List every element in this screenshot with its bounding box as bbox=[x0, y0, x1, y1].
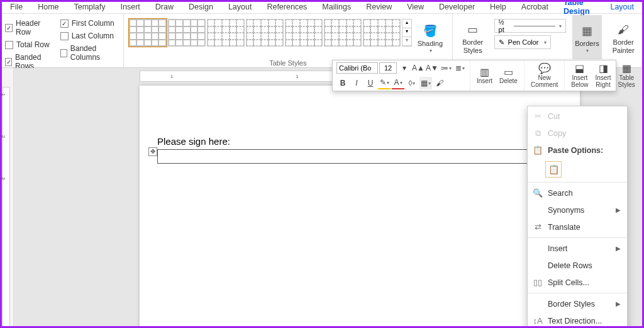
font-color-button[interactable]: A bbox=[392, 77, 404, 89]
ctx-delete-rows[interactable]: Delete Rows bbox=[528, 257, 627, 274]
menu-design[interactable]: Design bbox=[181, 3, 221, 11]
chk-first-column[interactable]: First Column bbox=[60, 19, 118, 28]
chk-header-row[interactable]: Header Row bbox=[5, 19, 54, 37]
table-styles-mini-button[interactable]: ▦TableStyles bbox=[616, 63, 638, 88]
ctx-text-direction[interactable]: ↕AText Direction... bbox=[528, 312, 627, 328]
menu-home[interactable]: Home bbox=[30, 3, 66, 11]
group-label-styles: Table Styles bbox=[269, 59, 306, 68]
document-table[interactable] bbox=[157, 149, 562, 164]
chk-total-row[interactable]: Total Row bbox=[5, 40, 54, 49]
table-style-thumb-4[interactable] bbox=[285, 19, 323, 47]
table-style-thumb-1[interactable] bbox=[168, 19, 206, 47]
menu-bar: FileHomeTemplafyInsertDrawDesignLayoutRe… bbox=[0, 0, 644, 14]
ctx-copy[interactable]: ⧉Copy bbox=[528, 125, 627, 142]
font-size-dropdown[interactable]: ▾ bbox=[398, 62, 411, 74]
insert-below-icon: ⬓ bbox=[575, 63, 584, 74]
menu-layout[interactable]: Layout bbox=[221, 3, 260, 11]
menu-developer[interactable]: Developer bbox=[431, 3, 482, 11]
bullets-button[interactable]: ≔ bbox=[440, 62, 452, 74]
ctx-synonyms[interactable]: Synonyms▶ bbox=[528, 201, 627, 218]
table-style-thumb-2[interactable] bbox=[207, 19, 245, 47]
insert-icon: ▥ bbox=[480, 67, 489, 78]
document-page[interactable]: Please sign here: ✥ bbox=[140, 86, 580, 328]
vertical-ruler[interactable]: 1 2 3 bbox=[0, 68, 14, 328]
grow-font-button[interactable]: A▲ bbox=[412, 62, 425, 74]
table-style-thumb-5[interactable] bbox=[324, 19, 362, 47]
ctx-split-cells[interactable]: ▯▯Split Cells... bbox=[528, 274, 627, 291]
text-direction-icon: ↕A bbox=[533, 316, 543, 325]
font-name-input[interactable] bbox=[336, 62, 378, 74]
shrink-font-button[interactable]: A▼ bbox=[426, 62, 438, 74]
paste-keep-source-icon: 📋 bbox=[545, 161, 562, 178]
table-move-handle[interactable]: ✥ bbox=[148, 147, 157, 156]
borders-icon: ▦ bbox=[579, 23, 595, 39]
border-painter-icon: 🖌 bbox=[615, 21, 631, 38]
fill-color-button[interactable]: ◊ bbox=[406, 77, 418, 89]
border-styles-button[interactable]: ▭ Border Styles bbox=[458, 15, 488, 59]
menu-table-design[interactable]: Table Design bbox=[556, 0, 603, 16]
delete-button[interactable]: ▭Delete bbox=[497, 67, 520, 85]
menu-acrobat[interactable]: Acrobat bbox=[514, 3, 556, 11]
pen-color-button[interactable]: ✎ Pen Color▾ bbox=[494, 35, 551, 49]
pen-icon: ✎ bbox=[499, 38, 504, 47]
group-table-style-options: Header RowTotal RowBanded Rows First Col… bbox=[0, 14, 124, 67]
border-styles-icon: ▭ bbox=[465, 21, 481, 38]
gallery-scroll[interactable]: ▴▾▿ bbox=[402, 19, 412, 47]
border-width-select[interactable]: ½ pt ▾ bbox=[494, 19, 566, 33]
ctx-insert[interactable]: Insert▶ bbox=[528, 240, 627, 257]
underline-button[interactable]: U bbox=[364, 77, 377, 89]
new-comment-button[interactable]: 💬NewComment bbox=[528, 63, 560, 88]
table-style-thumb-3[interactable] bbox=[246, 19, 284, 47]
insert-right-button[interactable]: ◨InsertRight bbox=[593, 63, 614, 88]
sign-text: Please sign here: bbox=[157, 136, 562, 147]
menu-mailings[interactable]: Mailings bbox=[314, 3, 358, 11]
menu-insert[interactable]: Insert bbox=[113, 3, 148, 11]
menu-view[interactable]: View bbox=[399, 3, 431, 11]
ctx-cut[interactable]: ✂Cut bbox=[528, 108, 627, 125]
italic-button[interactable]: I bbox=[350, 77, 363, 89]
copy-icon: ⧉ bbox=[533, 128, 543, 139]
table-style-thumb-0[interactable] bbox=[129, 19, 167, 47]
mini-toolbar: ▾ A▲ A▼ ≔ ≣ B I U ✎ A ◊ ▦ 🖌 ▥Insert ▭Del… bbox=[332, 60, 616, 91]
menu-layout[interactable]: Layout bbox=[602, 3, 641, 11]
menu-references[interactable]: References bbox=[259, 3, 314, 11]
highlight-button[interactable]: ✎ bbox=[378, 77, 391, 89]
cut-icon: ✂ bbox=[533, 111, 543, 121]
menu-review[interactable]: Review bbox=[358, 3, 399, 11]
context-menu: ✂Cut ⧉Copy 📋Paste Options: 📋 🔍Search Syn… bbox=[527, 106, 628, 328]
font-size-input[interactable] bbox=[379, 62, 397, 74]
format-painter-button[interactable]: 🖌 bbox=[433, 77, 446, 89]
paint-bucket-icon: 🪣 bbox=[422, 23, 438, 39]
ctx-search[interactable]: 🔍Search bbox=[528, 184, 627, 201]
table-styles-icon: ▦ bbox=[622, 63, 631, 74]
delete-icon: ▭ bbox=[504, 67, 513, 78]
shading-button[interactable]: 🪣 Shading▾ bbox=[413, 15, 447, 59]
menu-file[interactable]: File bbox=[3, 3, 30, 11]
bold-button[interactable]: B bbox=[336, 77, 349, 89]
chk-last-column[interactable]: Last Column bbox=[60, 31, 118, 40]
numbering-button[interactable]: ≣ bbox=[453, 62, 466, 74]
insert-button[interactable]: ▥Insert bbox=[474, 67, 495, 85]
menu-templafy[interactable]: Templafy bbox=[67, 3, 113, 11]
split-cells-icon: ▯▯ bbox=[533, 278, 543, 287]
border-painter-button[interactable]: 🖌 Border Painter bbox=[608, 15, 638, 59]
insert-below-button[interactable]: ⬓InsertBelow bbox=[569, 63, 591, 88]
search-icon: 🔍 bbox=[533, 188, 543, 198]
ctx-border-styles[interactable]: Border Styles▶ bbox=[528, 295, 627, 312]
chk-banded-columns[interactable]: Banded Columns bbox=[60, 44, 118, 62]
paste-icon: 📋 bbox=[533, 145, 543, 155]
ctx-paste-options-label: 📋Paste Options: bbox=[528, 142, 627, 159]
table-style-gallery[interactable] bbox=[129, 15, 401, 47]
translate-icon: ⇄ bbox=[533, 222, 543, 232]
table-style-thumb-6[interactable] bbox=[363, 19, 401, 47]
borders-mini-button[interactable]: ▦ bbox=[419, 77, 432, 89]
ctx-translate[interactable]: ⇄Translate bbox=[528, 218, 627, 235]
comment-icon: 💬 bbox=[538, 63, 551, 74]
insert-right-icon: ◨ bbox=[599, 63, 608, 74]
ctx-paste-options[interactable]: 📋 bbox=[528, 159, 627, 180]
menu-draw[interactable]: Draw bbox=[148, 3, 181, 11]
menu-help[interactable]: Help bbox=[482, 3, 514, 11]
borders-button[interactable]: ▦ Borders▾ bbox=[572, 15, 602, 59]
